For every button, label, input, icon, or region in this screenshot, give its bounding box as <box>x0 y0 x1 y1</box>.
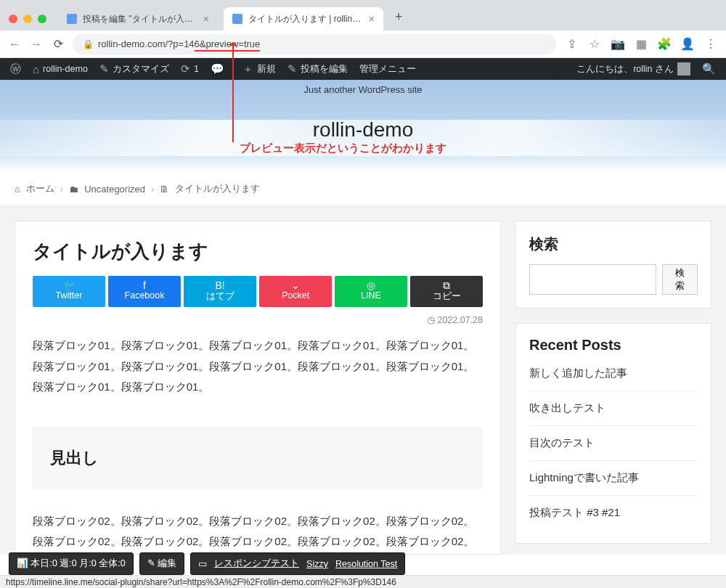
list-item: 目次のテスト <box>529 425 698 460</box>
pocket-icon: ⌄ <box>259 280 332 290</box>
post-title: タイトルが入ります <box>33 239 483 264</box>
wp-admin-bar: ⓦ ⌂rollin-demo ✎カスタマイズ ⟳1 💬 ＋新規 ✎投稿を編集 管… <box>0 58 726 80</box>
share-buttons: 🐦Twitter fFacebook B!はてブ ⌄Pocket ◎LINE ⧉… <box>33 276 483 307</box>
browser-tab-inactive[interactable]: 投稿を編集 "タイトルが入ります" × <box>58 7 218 30</box>
profile-icon[interactable]: 👤 <box>680 37 696 51</box>
list-item: 投稿テスト #3 #21 <box>529 495 698 530</box>
new-tab-button[interactable]: + <box>389 9 409 30</box>
chevron-right-icon: › <box>60 184 63 195</box>
breadcrumb: ⌂ ホーム › 🖿 Uncategorized › 🗎 タイトルが入ります <box>0 172 726 206</box>
close-window-button[interactable] <box>9 15 17 23</box>
stats-box[interactable]: 📊 本日:0 週:0 月:0 全体:0 <box>9 552 134 575</box>
share-pocket-button[interactable]: ⌄Pocket <box>259 276 332 307</box>
widget-title: 検索 <box>529 234 698 254</box>
close-tab-icon[interactable]: × <box>369 13 375 25</box>
site-tagline: Just another WordPress site <box>0 80 726 95</box>
recent-post-link[interactable]: 吹き出しテスト <box>529 401 605 414</box>
list-item: 吹き出しテスト <box>529 391 698 425</box>
browser-status-bar: https://timeline.line.me/social-plugin/s… <box>0 575 726 588</box>
share-line-button[interactable]: ◎LINE <box>335 276 407 307</box>
widget-title: Recent Posts <box>529 337 698 354</box>
tab-label: 投稿を編集 "タイトルが入ります" <box>83 13 197 25</box>
update-icon: ⟳ <box>181 62 190 75</box>
edit-post-link[interactable]: ✎投稿を編集 <box>282 58 354 80</box>
search-widget: 検索 検索 <box>515 221 711 309</box>
search-button[interactable]: 検索 <box>662 264 698 295</box>
reload-button[interactable]: ⟳ <box>51 37 65 51</box>
maximize-window-button[interactable] <box>38 15 46 23</box>
tab-label: タイトルが入ります | rollin-demo <box>248 13 363 25</box>
breadcrumb-current: タイトルが入ります <box>175 182 260 195</box>
responsive-box: ▭ レスポンシブテスト Sizzy Resolution Test <box>190 552 405 575</box>
menu-icon[interactable]: ⋮ <box>703 37 719 51</box>
avatar <box>677 62 690 75</box>
breadcrumb-category[interactable]: Uncategorized <box>84 184 145 195</box>
paragraph-block: 段落ブロック02。段落ブロック02。段落ブロック02。段落ブロック02。段落ブロ… <box>33 511 483 555</box>
list-item: Lightningで書いた記事 <box>529 460 698 495</box>
site-name-link[interactable]: ⌂rollin-demo <box>27 58 94 80</box>
minimize-window-button[interactable] <box>23 15 32 23</box>
page-icon: 🗎 <box>160 184 169 195</box>
facebook-icon: f <box>108 280 181 290</box>
site-title[interactable]: rollin-demo <box>0 95 726 142</box>
hatena-icon: B! <box>184 280 256 290</box>
share-copy-button[interactable]: ⧉コピー <box>410 276 483 307</box>
favicon-icon <box>232 14 242 24</box>
close-tab-icon[interactable]: × <box>203 13 209 25</box>
sizzy-link[interactable]: Sizzy <box>306 559 328 569</box>
heading-2: 見出し <box>50 447 465 469</box>
chevron-right-icon: › <box>151 184 154 195</box>
brush-icon: ✎ <box>99 62 109 75</box>
search-input[interactable] <box>529 264 656 295</box>
recent-post-link[interactable]: Lightningで書いた記事 <box>529 471 639 483</box>
updates-link[interactable]: ⟳1 <box>175 58 205 80</box>
home-icon: ⌂ <box>33 63 39 75</box>
customize-link[interactable]: ✎カスタマイズ <box>94 58 175 80</box>
annotation-arrow <box>232 46 234 142</box>
lock-icon: 🔒 <box>83 39 94 49</box>
edit-box[interactable]: ✎ 編集 <box>139 552 184 575</box>
star-icon[interactable]: ☆ <box>587 37 603 51</box>
manage-menu-link[interactable]: 管理メニュー <box>354 58 422 80</box>
comment-icon: 💬 <box>211 62 224 75</box>
share-icon[interactable]: ⇪ <box>563 37 579 51</box>
account-greeting[interactable]: こんにちは、rollin さん <box>571 62 696 75</box>
resolution-test-link[interactable]: Resolution Test <box>335 559 397 569</box>
pencil-icon: ✎ <box>287 62 297 75</box>
annotation-text: プレビュー表示だということがわかります <box>240 142 446 155</box>
camera-icon[interactable]: 📷 <box>610 37 626 51</box>
search-toggle[interactable]: 🔍 <box>696 62 722 75</box>
search-icon: 🔍 <box>702 62 716 75</box>
extensions-puzzle-icon[interactable]: 🧩 <box>656 37 672 51</box>
comments-link[interactable]: 💬 <box>205 58 230 80</box>
back-button[interactable]: ← <box>7 38 22 51</box>
home-icon: ⌂ <box>15 184 20 195</box>
browser-tab-active[interactable]: タイトルが入ります | rollin-demo × <box>224 7 383 30</box>
address-bar[interactable]: 🔒 rollin-demo.com/?p=146&preview=true <box>73 34 556 54</box>
site-header: Just another WordPress site rollin-demo <box>0 80 726 172</box>
new-content-link[interactable]: ＋新規 <box>237 58 282 80</box>
post-article: タイトルが入ります 🐦Twitter fFacebook B!はてブ ⌄Pock… <box>15 221 501 555</box>
dev-toolbar: 📊 本日:0 週:0 月:0 全体:0 ✎ 編集 ▭ レスポンシブテスト Siz… <box>9 552 405 575</box>
paragraph-block: 段落ブロック01。段落ブロック01。段落ブロック01。段落ブロック01。段落ブロ… <box>33 335 483 398</box>
wp-logo[interactable]: ⓦ <box>4 58 27 80</box>
post-date: 2022.07.28 <box>33 307 483 335</box>
recent-post-link[interactable]: 目次のテスト <box>529 436 595 449</box>
wordpress-icon: ⓦ <box>10 62 21 76</box>
heading-block: 見出し <box>33 427 483 489</box>
share-facebook-button[interactable]: fFacebook <box>108 276 181 307</box>
window-controls <box>6 15 52 30</box>
recent-post-link[interactable]: 新しく追加した記事 <box>529 367 627 379</box>
sidebar: 検索 検索 Recent Posts 新しく追加した記事 吹き出しテスト 目次の… <box>515 221 711 555</box>
copy-icon: ⧉ <box>410 280 483 290</box>
recent-post-link[interactable]: 投稿テスト #3 #21 <box>529 506 620 518</box>
device-icon: ▭ <box>198 558 207 569</box>
browser-chrome: 投稿を編集 "タイトルが入ります" × タイトルが入ります | rollin-d… <box>0 0 726 58</box>
extension-icon[interactable]: ▦ <box>633 37 649 51</box>
share-hatena-button[interactable]: B!はてブ <box>184 276 256 307</box>
share-twitter-button[interactable]: 🐦Twitter <box>33 276 105 307</box>
forward-button[interactable]: → <box>29 38 44 51</box>
responsive-test-link[interactable]: レスポンシブテスト <box>214 558 299 570</box>
line-icon: ◎ <box>335 280 407 290</box>
breadcrumb-home[interactable]: ホーム <box>26 182 54 195</box>
